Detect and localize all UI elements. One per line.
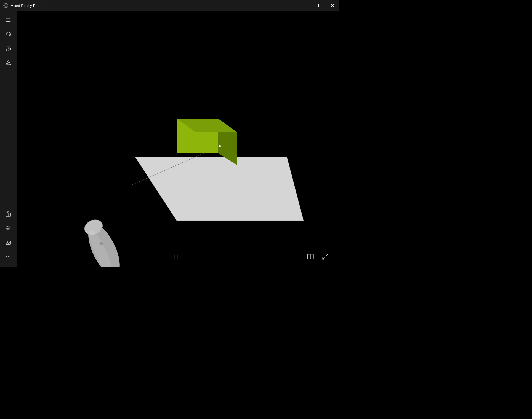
app-icon: [3, 3, 8, 8]
svg-rect-22: [6, 241, 11, 245]
expand-button[interactable]: [320, 251, 331, 262]
svg-rect-3: [319, 4, 321, 7]
svg-point-21: [7, 229, 8, 230]
bottom-controls: [17, 251, 339, 262]
sidebar-item-headset[interactable]: [2, 28, 14, 40]
svg-marker-11: [7, 62, 9, 65]
scene-3d: [17, 11, 339, 267]
svg-line-32: [323, 257, 325, 259]
svg-rect-29: [307, 254, 310, 259]
svg-point-24: [6, 257, 7, 257]
sidebar-item-environment[interactable]: [2, 57, 14, 69]
svg-point-25: [8, 257, 9, 257]
sidebar-item-menu[interactable]: [2, 14, 14, 26]
pause-button[interactable]: [171, 251, 181, 262]
minimize-button[interactable]: [301, 0, 313, 11]
window-controls: [301, 0, 339, 11]
sidebar-item-settings[interactable]: [2, 222, 14, 234]
svg-point-23: [7, 241, 8, 243]
cube-dot: [219, 145, 221, 147]
sidebar-item-more[interactable]: [2, 251, 14, 263]
svg-point-26: [10, 257, 10, 257]
split-view-button[interactable]: [305, 251, 316, 262]
maximize-button[interactable]: [313, 0, 326, 11]
close-button[interactable]: [326, 0, 339, 11]
svg-point-20: [9, 228, 10, 229]
svg-rect-30: [311, 254, 313, 259]
svg-marker-10: [6, 61, 11, 65]
sidebar-item-controller[interactable]: [2, 42, 14, 55]
svg-point-9: [8, 47, 9, 48]
sidebar-item-learn[interactable]: [2, 208, 14, 220]
floor-plane: [135, 157, 304, 221]
svg-point-19: [7, 226, 8, 227]
viewport[interactable]: [17, 11, 339, 267]
app-title: Mixed Reality Portal: [10, 4, 42, 8]
sidebar: [0, 11, 17, 267]
sidebar-item-photo[interactable]: [2, 237, 14, 249]
svg-line-31: [326, 254, 328, 256]
title-bar: Mixed Reality Portal: [0, 0, 339, 11]
svg-point-1: [4, 5, 7, 6]
